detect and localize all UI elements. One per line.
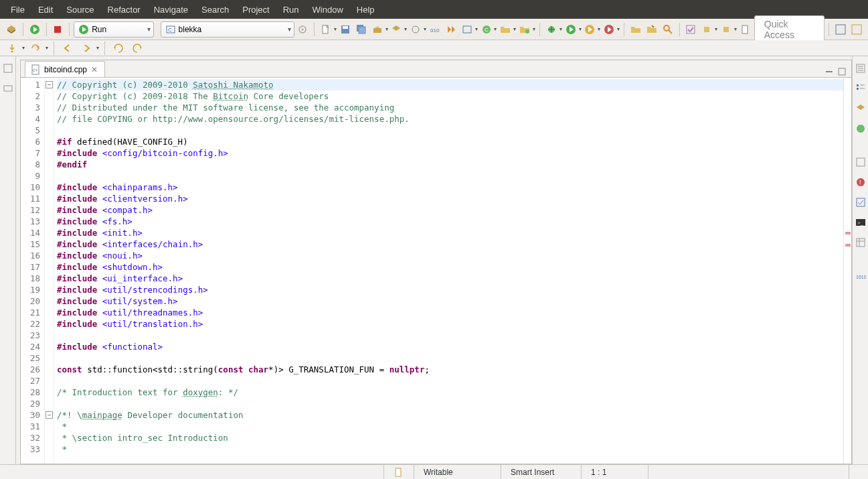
- properties-view-icon[interactable]: [853, 234, 869, 251]
- svg-text:>_: >_: [857, 220, 864, 226]
- maximize-editor-icon[interactable]: [837, 66, 847, 77]
- menu-run[interactable]: Run: [276, 2, 306, 17]
- skip-button[interactable]: [444, 21, 458, 38]
- menu-file[interactable]: File: [4, 2, 31, 17]
- dropdown-arrow-icon[interactable]: ▾: [494, 26, 497, 32]
- history-forward-icon[interactable]: [129, 40, 145, 56]
- history-back-icon[interactable]: [110, 40, 126, 56]
- status-file-icon: [394, 467, 404, 478]
- overview-ruler[interactable]: [843, 78, 851, 464]
- open-task-button[interactable]: [644, 21, 659, 38]
- tab-bitcoind[interactable]: c+ bitcoind.cpp ✕: [25, 61, 105, 77]
- save-all-button[interactable]: [354, 21, 369, 38]
- dropdown-arrow-icon[interactable]: ▾: [22, 45, 25, 51]
- fold-gutter[interactable]: −−: [45, 78, 54, 464]
- status-updates-icon[interactable]: [849, 465, 868, 479]
- menu-source[interactable]: Source: [60, 2, 100, 17]
- launch-mode-combo[interactable]: Run: [74, 21, 154, 38]
- coverage-button[interactable]: [583, 21, 598, 38]
- task-list-icon[interactable]: [853, 80, 869, 96]
- dropdown-arrow-icon[interactable]: ▾: [598, 26, 600, 32]
- svg-point-6: [302, 28, 304, 30]
- menu-edit[interactable]: Edit: [31, 2, 60, 17]
- new-source-folder-button[interactable]: [517, 21, 532, 38]
- search-button[interactable]: [661, 21, 675, 38]
- build-button[interactable]: [4, 21, 19, 38]
- open-type-button[interactable]: [460, 21, 474, 38]
- minimize-view-icon[interactable]: [0, 80, 16, 96]
- problems-view-icon[interactable]: !: [853, 174, 869, 190]
- toggle-mark-button[interactable]: [683, 21, 698, 38]
- new-button[interactable]: [319, 21, 333, 38]
- ext-tools-button[interactable]: [628, 21, 643, 38]
- run-button[interactable]: [27, 21, 42, 38]
- back-button[interactable]: [60, 40, 76, 56]
- project-combo[interactable]: C blekka: [161, 21, 294, 38]
- forward-button[interactable]: [78, 40, 94, 56]
- tab-label: bitcoind.cpp: [44, 65, 87, 74]
- restore-right-icon[interactable]: [853, 154, 869, 170]
- new-class-button[interactable]: C: [479, 21, 494, 38]
- dropdown-arrow-icon[interactable]: ▾: [424, 26, 426, 32]
- hammer-icon[interactable]: [389, 21, 404, 38]
- dropdown-arrow-icon[interactable]: ▾: [385, 26, 388, 32]
- svg-rect-30: [4, 86, 12, 91]
- dropdown-arrow-icon[interactable]: ▾: [404, 26, 407, 32]
- menu-navigate[interactable]: Navigate: [147, 2, 195, 17]
- debug-button[interactable]: [544, 21, 559, 38]
- project-settings-icon[interactable]: [296, 21, 311, 38]
- svg-rect-42: [857, 198, 865, 206]
- step-into-icon[interactable]: [4, 40, 20, 56]
- minimize-editor-icon[interactable]: [824, 66, 835, 77]
- stop-button[interactable]: [50, 21, 65, 38]
- project-combo-label: blekka: [179, 25, 202, 34]
- menu-help[interactable]: Help: [350, 2, 381, 17]
- dropdown-arrow-icon[interactable]: ▾: [513, 26, 516, 32]
- step-over-icon[interactable]: [27, 40, 44, 56]
- restore-view-icon[interactable]: [0, 60, 16, 76]
- console-view-icon[interactable]: >_: [853, 214, 869, 230]
- save-button[interactable]: [338, 21, 353, 38]
- statusbar: Writable Smart Insert 1 : 1: [0, 464, 868, 479]
- svg-rect-25: [742, 25, 748, 33]
- menu-refactor[interactable]: Refactor: [101, 2, 147, 17]
- outline-view-icon[interactable]: [853, 60, 869, 76]
- profile-button[interactable]: [602, 21, 616, 38]
- target-icon[interactable]: [408, 21, 423, 38]
- dropdown-arrow-icon[interactable]: ▾: [533, 26, 535, 32]
- heap-icon[interactable]: [853, 121, 869, 137]
- call-hierarchy-icon[interactable]: 1010: [853, 268, 869, 284]
- status-empty: [648, 465, 849, 479]
- dropdown-arrow-icon[interactable]: ▾: [715, 26, 717, 32]
- build-targets-icon[interactable]: [853, 100, 869, 117]
- dropdown-arrow-icon[interactable]: ▾: [334, 26, 337, 32]
- prev-annotation-button[interactable]: [719, 21, 733, 38]
- menu-search[interactable]: Search: [195, 2, 236, 17]
- next-annotation-button[interactable]: [699, 21, 714, 38]
- code-editor[interactable]: 1234567891011121314151617181920212223242…: [21, 78, 851, 464]
- svg-rect-33: [826, 71, 833, 72]
- new-folder-button[interactable]: [498, 21, 513, 38]
- main-area: c+ bitcoind.cpp ✕ 1234567891011121314151…: [0, 56, 868, 464]
- perspective-cpp-icon[interactable]: [833, 21, 848, 38]
- dropdown-arrow-icon[interactable]: ▾: [617, 26, 620, 32]
- tab-close-icon[interactable]: ✕: [90, 65, 99, 74]
- dropdown-arrow-icon[interactable]: ▾: [96, 45, 99, 51]
- menubar: File Edit Source Refactor Navigate Searc…: [0, 0, 868, 19]
- menu-project[interactable]: Project: [236, 2, 276, 17]
- tasks-view-icon[interactable]: [853, 194, 869, 210]
- dropdown-arrow-icon[interactable]: ▾: [579, 26, 582, 32]
- code-area[interactable]: // Copyright (c) 2009-2010 Satoshi Nakam…: [54, 78, 843, 464]
- dropdown-arrow-icon[interactable]: ▾: [734, 26, 737, 32]
- svg-point-13: [412, 26, 419, 33]
- dropdown-arrow-icon[interactable]: ▾: [475, 26, 478, 32]
- pin-button[interactable]: [738, 21, 753, 38]
- dropdown-arrow-icon[interactable]: ▾: [46, 45, 48, 51]
- dropdown-arrow-icon[interactable]: ▾: [559, 26, 562, 32]
- perspective-debug-icon[interactable]: [849, 21, 864, 38]
- build-all-button[interactable]: [370, 21, 385, 38]
- run-last-button[interactable]: [563, 21, 578, 38]
- menu-window[interactable]: Window: [306, 2, 350, 17]
- binary-icon[interactable]: 010: [428, 21, 442, 38]
- quick-access-input[interactable]: Quick Access: [754, 15, 825, 44]
